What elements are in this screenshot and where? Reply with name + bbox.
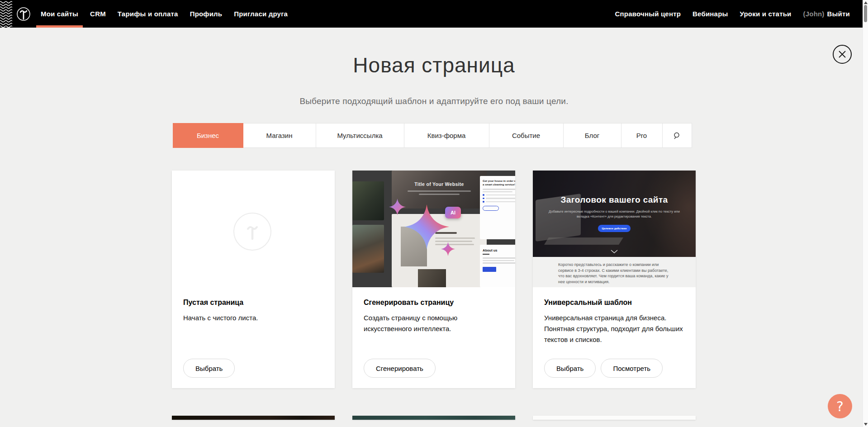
nav-item-logout[interactable]: (John) Выйти — [803, 0, 850, 28]
nav-item-label: Тарифы и оплата — [118, 10, 178, 18]
mini-blue-button — [483, 267, 496, 272]
template-card-partial[interactable] — [172, 416, 335, 420]
tilda-watermark-icon — [233, 213, 271, 251]
help-button[interactable]: ? — [828, 394, 852, 418]
tab-event[interactable]: Событие — [489, 123, 564, 148]
tab-label: Бизнес — [197, 132, 219, 139]
scrollbar-down-arrow-icon[interactable] — [864, 423, 868, 426]
nav-item-invite-friend[interactable]: Пригласи друга — [234, 0, 288, 28]
nav-item-webinars[interactable]: Вебинары — [693, 0, 728, 28]
nav-item-label: Уроки и статьи — [740, 10, 792, 18]
mini-text-bar — [483, 257, 515, 259]
mini-text-bar — [435, 241, 472, 242]
choose-button[interactable]: Выбрать — [183, 359, 235, 378]
template-card-partial[interactable] — [533, 416, 696, 420]
scrollbar-up-arrow-icon[interactable] — [864, 1, 868, 4]
nav-item-pricing[interactable]: Тарифы и оплата — [118, 0, 178, 28]
tab-shop[interactable]: Магазин — [243, 123, 316, 148]
page-title: Новая страница — [0, 53, 868, 77]
mini-photo-frames — [401, 227, 427, 266]
card-universal-template[interactable]: Заголовок вашего сайта Добавьте интересн… — [533, 171, 696, 388]
mini-photo-people — [418, 269, 446, 287]
mini-text-line — [408, 190, 471, 192]
card-description: Создать страницу с помощью искусственног… — [364, 313, 480, 334]
navbar-right-menu: Справочный центр Вебинары Уроки и статьи… — [615, 0, 850, 28]
scrollbar-thumb[interactable] — [864, 5, 867, 22]
nav-item-label: Справочный центр — [615, 10, 681, 18]
collage-photo-office — [352, 181, 384, 220]
card-description: Универсальная страница для бизнеса. Поня… — [544, 313, 685, 345]
tab-label: Мультиссылка — [337, 132, 382, 139]
collage-site-hero: Title of Your Website — [392, 171, 487, 209]
vertical-scrollbar[interactable] — [863, 0, 868, 427]
choose-button[interactable]: Выбрать — [544, 359, 596, 378]
mini-body-text: Коротко представьтесь и расскажите о ком… — [558, 262, 670, 285]
tab-label: Блог — [585, 132, 599, 139]
tab-label: Квиз-форма — [427, 132, 466, 139]
user-name: (John) — [803, 10, 825, 18]
mini-bullet — [483, 201, 515, 203]
mini-site-heading: Get your house in order with a smart cle… — [483, 179, 515, 186]
nav-item-help-center[interactable]: Справочный центр — [615, 0, 681, 28]
nav-item-label: Пригласи друга — [234, 10, 288, 18]
nav-item-label: Профиль — [190, 10, 223, 18]
template-card-partial[interactable] — [352, 416, 515, 420]
tab-label: Магазин — [266, 132, 293, 139]
card-title: Сгенерировать страницу — [364, 299, 504, 307]
card-title: Пустая страница — [183, 299, 323, 307]
mini-about-heading: About us — [483, 248, 515, 252]
ai-badge: AI — [445, 207, 461, 218]
tilda-logo[interactable] — [16, 7, 31, 21]
mini-text-bar — [483, 260, 514, 261]
mini-heading-bar — [435, 232, 457, 234]
tab-label: Pro — [636, 132, 647, 139]
mini-outline-button — [483, 206, 499, 211]
mini-hero-subtitle: Добавьте интересные подробности о вашей … — [546, 209, 682, 219]
search-icon — [673, 132, 681, 140]
active-tab-underline — [36, 25, 83, 28]
mini-bullet — [483, 198, 515, 199]
close-icon — [837, 49, 847, 59]
nav-item-label: CRM — [90, 10, 106, 18]
mini-text-bar — [435, 244, 474, 245]
tab-quiz-form[interactable]: Квиз-форма — [404, 123, 489, 148]
nav-item-my-sites[interactable]: Мои сайты — [41, 0, 78, 28]
template-cards-row-partial — [172, 416, 696, 420]
navbar-left-menu: Мои сайты CRM Тарифы и оплата Профиль Пр… — [41, 0, 288, 28]
mini-hero-title: Заголовок вашего сайта — [533, 195, 696, 205]
mini-text-bar — [483, 191, 512, 193]
collage-site-about: About us — [480, 245, 515, 287]
nav-item-label: Вебинары — [693, 10, 728, 18]
collage-site-section — [392, 214, 487, 287]
card-description: Начать с чистого листа. — [183, 313, 323, 323]
tab-multilink[interactable]: Мультиссылка — [316, 123, 404, 148]
view-button[interactable]: Посмотреть — [601, 359, 663, 378]
tab-blog[interactable]: Блог — [563, 123, 621, 148]
nav-item-profile[interactable]: Профиль — [190, 0, 223, 28]
nav-item-lessons[interactable]: Уроки и статьи — [740, 0, 792, 28]
tab-label: Событие — [512, 132, 540, 139]
top-navbar: Мои сайты CRM Тарифы и оплата Профиль Пр… — [0, 0, 863, 28]
tilda-zigzag-pattern — [0, 0, 12, 28]
nav-item-label: Мои сайты — [41, 10, 78, 18]
mini-text-bar — [435, 237, 475, 239]
card-ai-generate[interactable]: Title of Your Website Get your house in … — [352, 171, 515, 388]
collage-site-cleaning: Get your house in order with a smart cle… — [480, 176, 515, 239]
close-button[interactable] — [833, 45, 852, 64]
tab-search[interactable] — [662, 123, 692, 148]
mini-text-bar — [483, 189, 515, 190]
tab-pro[interactable]: Pro — [621, 123, 663, 148]
template-category-tabs: Бизнес Магазин Мультиссылка Квиз-форма С… — [173, 123, 696, 148]
nav-item-crm[interactable]: CRM — [90, 0, 106, 28]
tab-business[interactable]: Бизнес — [173, 123, 243, 148]
mini-text-bar — [483, 262, 515, 264]
template-cards-row: Пустая страница Начать с чистого листа. … — [172, 171, 696, 388]
generate-button[interactable]: Сгенерировать — [364, 359, 436, 378]
template-preview: Заголовок вашего сайта Добавьте интересн… — [533, 171, 696, 287]
page-subtitle: Выберите подходящий шаблон и адаптируйте… — [0, 96, 868, 106]
card-blank-page[interactable]: Пустая страница Начать с чистого листа. … — [172, 171, 335, 388]
mini-text-line — [419, 194, 460, 195]
mini-rule — [483, 254, 489, 255]
mini-site-title: Title of Your Website — [392, 181, 487, 187]
ai-collage-preview: Title of Your Website Get your house in … — [352, 171, 515, 287]
